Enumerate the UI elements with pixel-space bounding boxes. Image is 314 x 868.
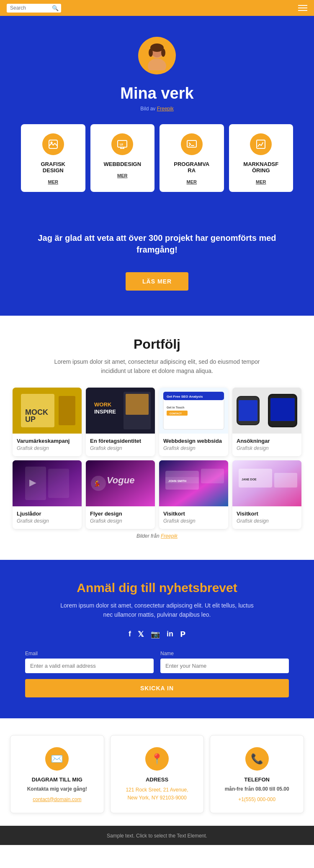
name-group: Name [160,651,289,673]
bild-credit: Bild av Freepik [17,106,297,112]
portfolio-cat-1: Grafisk design [17,445,77,451]
portfolio-item-8[interactable]: JANE DOE Visitkort Grafisk design [232,460,301,529]
program-icon [181,133,203,155]
linkedin-icon[interactable]: in [167,630,173,639]
portfolio-grid: MOCKUP Varumärkeskampanj Grafisk design … [13,388,301,529]
svg-text:Get Free SEO Analysis: Get Free SEO Analysis [167,395,203,398]
portfolio-item-4[interactable]: Ansökningar Grafisk design [232,388,301,456]
search-icon: 🔍 [52,5,59,11]
service-card-program[interactable]: PROGRAMVARA MER [160,124,224,192]
contact-email-link[interactable]: contact@domain.com [33,797,81,802]
portfolio-title-8: Visitkort [237,511,297,517]
portfolio-section: Portfölj Lorem ipsum dolor sit amet, con… [0,316,314,560]
contact-email-title: DIAGRAM TILL MIG [18,776,96,783]
portfolio-item-6[interactable]: Vogue💃 Flyer design Grafisk design [86,460,155,529]
hero-title: Mina verk [17,84,297,102]
contact-cards: ✉️ DIAGRAM TILL MIG Kontakta mig varje g… [10,735,304,813]
marknad-icon [250,133,272,155]
contact-phone-title: TELEFON [218,776,296,783]
svg-rect-10 [187,140,196,147]
newsletter-description: Lorem ipsum dolor sit amet, consectetur … [57,601,257,620]
twitter-icon[interactable]: 𝕏 [138,630,144,639]
portfolio-cat-8: Grafisk design [237,518,297,524]
svg-point-5 [161,49,165,57]
service-card-grafisk[interactable]: GRAFISKDESIGN MER [21,124,85,192]
portfolio-img-2: WORKINSPIRE [86,388,155,434]
portfolio-description: Lorem ipsum dolor sit amet, consectetur … [52,357,262,376]
skicka-button[interactable]: SKICKA IN [25,679,289,697]
portfolio-title-6: Flyer design [90,511,151,517]
svg-text:Get in Touch: Get in Touch [167,406,184,409]
email-input[interactable] [25,659,154,673]
svg-text:JOHN SMITH: JOHN SMITH [168,480,186,483]
svg-text:💃: 💃 [93,480,101,487]
portfolio-title-1: Varumärkeskampanj [17,438,77,444]
service-cards: GRAFISKDESIGN MER UI WEBBDESIGN MER PROG… [17,124,297,192]
portfolio-info-5: Ljuslådor Grafisk design [13,506,82,529]
webb-icon: UI [111,133,133,155]
portfolio-info-2: En företagsidentitet Grafisk design [86,434,155,456]
newsletter-form: Email Name [25,651,289,673]
contact-card-email: ✉️ DIAGRAM TILL MIG Kontakta mig varje g… [10,735,104,813]
name-label: Name [160,651,289,656]
avatar [138,37,176,74]
service-title-program: PROGRAMVARA [165,161,219,174]
portfolio-item-5[interactable]: ▶ Ljuslådor Grafisk design [13,460,82,529]
service-card-marknad[interactable]: MARKNADSFÖRING MER [229,124,293,192]
freepik-portfolio-link[interactable]: Freepik [161,533,178,539]
svg-rect-32 [239,400,257,421]
portfolio-info-4: Ansökningar Grafisk design [232,434,301,456]
portfolio-item-3[interactable]: Get Free SEO AnalysisGet in TouchCONTACT… [159,388,228,456]
svg-text:JANE DOE: JANE DOE [242,478,257,481]
svg-text:▶: ▶ [29,478,36,487]
portfolio-info-7: Visitkort Grafisk design [159,506,228,529]
mer-link-grafisk[interactable]: MER [48,179,58,184]
email-contact-icon: ✉️ [45,747,69,771]
service-card-webb[interactable]: UI WEBBDESIGN MER [90,124,155,192]
svg-rect-36 [13,460,82,506]
instagram-icon[interactable]: 📷 [151,630,160,639]
hamburger-menu[interactable] [298,5,307,11]
portfolio-img-1: MOCKUP [13,388,82,434]
contact-email-sub: Kontakta mig varje gång! [18,786,96,792]
contact-address-title: ADRESS [118,776,196,783]
portfolio-item-7[interactable]: JOHN SMITH Visitkort Grafisk design [159,460,228,529]
freepik-link[interactable]: Freepik [157,106,174,112]
portfolio-img-8: JANE DOE [232,460,301,506]
contact-phone-link[interactable]: +1(555) 000-000 [238,797,275,802]
facebook-icon[interactable]: f [129,630,131,639]
portfolio-title-7: Visitkort [163,511,224,517]
svg-rect-35 [270,398,295,421]
svg-text:CONTACT: CONTACT [170,412,182,415]
mer-link-program[interactable]: MER [187,179,197,184]
svg-rect-11 [257,140,265,148]
svg-text:UI: UI [120,143,123,146]
svg-text:Vogue: Vogue [107,475,134,485]
svg-text:INSPIRE: INSPIRE [94,408,116,415]
las-mer-button[interactable]: LÄS MER [126,272,188,291]
contact-section: ✉️ DIAGRAM TILL MIG Kontakta mig varje g… [0,718,314,817]
contact-card-phone: 📞 TELEFON mån-fre från 08.00 till 05.00 … [210,735,304,813]
portfolio-cat-7: Grafisk design [163,518,224,524]
service-title-grafisk: GRAFISKDESIGN [26,161,80,174]
portfolio-img-4 [232,388,301,434]
search-box[interactable]: 🔍 [7,4,61,13]
portfolio-item-1[interactable]: MOCKUP Varumärkeskampanj Grafisk design [13,388,82,456]
social-icons: f 𝕏 📷 in 𝗣 [25,630,289,639]
portfolio-item-2[interactable]: WORKINSPIRE En företagsidentitet Grafisk… [86,388,155,456]
mer-link-webb[interactable]: MER [117,173,127,178]
bilder-credit: Bilder från Freepik [13,533,301,539]
pinterest-icon[interactable]: 𝗣 [180,630,185,639]
portfolio-info-3: Webbdesign webbsida Grafisk design [159,434,228,456]
footer: Sample text. Click to select the Text El… [0,826,314,845]
search-input[interactable] [10,5,52,11]
name-input[interactable] [160,659,289,673]
contact-phone-sub: mån-fre från 08.00 till 05.00 [218,786,296,792]
portfolio-title-5: Ljuslådor [17,511,77,517]
svg-rect-37 [25,467,46,500]
address-contact-icon: 📍 [145,747,169,771]
mer-link-marknad[interactable]: MER [256,179,266,184]
newsletter-section: Anmäl dig till nyhetsbrevet Lorem ipsum … [0,560,314,718]
promo-section: Jag är glad att veta att över 300 projek… [0,232,314,316]
svg-point-4 [149,49,153,57]
